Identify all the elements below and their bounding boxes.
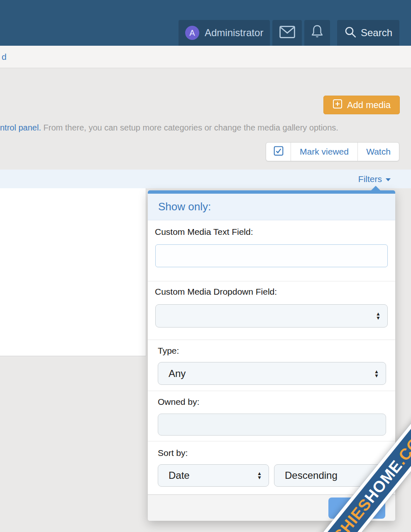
add-media-label: Add media (347, 100, 391, 111)
select-arrows-icon: ▲▼ (376, 312, 381, 320)
custom-text-input[interactable] (155, 244, 388, 267)
media-list-panel (0, 188, 146, 356)
select-all-button[interactable] (266, 143, 291, 161)
owned-by-label: Owned by: (158, 397, 199, 407)
custom-text-label: Custom Media Text Field: (155, 227, 253, 237)
control-panel-link[interactable]: ntrol panel. (0, 123, 41, 132)
menu-header: Show only: (148, 194, 395, 220)
caret-down-icon (386, 178, 391, 181)
menu-accent-bar (148, 190, 395, 194)
custom-dropdown-section: Custom Media Dropdown Field: ▲▼ (148, 281, 395, 340)
mark-viewed-button[interactable]: Mark viewed (291, 143, 358, 161)
username-label: Administrator (205, 27, 263, 39)
checkbox-checked-icon (273, 145, 284, 158)
select-arrows-icon: ▲▼ (257, 471, 262, 480)
type-select[interactable]: Any ▲▼ (158, 362, 386, 385)
filters-menu: Show only: Custom Media Text Field: Cust… (148, 190, 395, 521)
search-button[interactable]: Search (337, 20, 399, 46)
custom-dropdown-select[interactable]: ▲▼ (155, 304, 388, 328)
sort-by-section: Sort by: Date ▲▼ Descending (148, 441, 395, 495)
page: A Administrator Search d Add media (0, 0, 411, 532)
custom-dropdown-label: Custom Media Dropdown Field: (155, 287, 277, 297)
watch-button[interactable]: Watch (358, 143, 399, 161)
list-actions-group: Mark viewed Watch (266, 142, 399, 161)
breadcrumb-bar: d (0, 46, 411, 68)
type-value: Any (169, 368, 186, 379)
add-plus-icon (333, 99, 342, 111)
owned-by-section: Owned by: (148, 391, 395, 441)
owned-by-input[interactable] (158, 414, 386, 436)
sort-by-label: Sort by: (158, 448, 188, 458)
type-label: Type: (158, 346, 179, 356)
filters-bar: Filters (0, 170, 411, 188)
top-navbar: A Administrator Search (0, 0, 411, 46)
bell-icon (310, 25, 324, 41)
add-media-button[interactable]: Add media (323, 96, 400, 114)
intro-text-rest: From there, you can setup more categorie… (41, 123, 338, 132)
select-arrows-icon: ▲▼ (374, 369, 379, 378)
sort-field-value: Date (169, 470, 190, 481)
account-menu[interactable]: A Administrator (179, 20, 270, 46)
magnifier-icon (344, 26, 357, 40)
envelope-icon (279, 26, 295, 40)
messages-button[interactable] (272, 20, 302, 46)
avatar: A (185, 26, 199, 40)
alerts-button[interactable] (304, 20, 330, 46)
intro-text: ntrol panel. From there, you can setup m… (0, 121, 403, 134)
custom-text-section: Custom Media Text Field: (148, 220, 395, 281)
menu-title: Show only: (158, 200, 211, 213)
sort-direction-value: Descending (285, 470, 338, 481)
avatar-initial: A (189, 28, 195, 38)
search-label: Search (361, 27, 392, 39)
sort-field-select[interactable]: Date ▲▼ (158, 464, 269, 487)
type-section: Type: Any ▲▼ (148, 340, 395, 391)
breadcrumb-partial-link[interactable]: d (2, 46, 7, 68)
filters-label: Filters (358, 174, 382, 184)
